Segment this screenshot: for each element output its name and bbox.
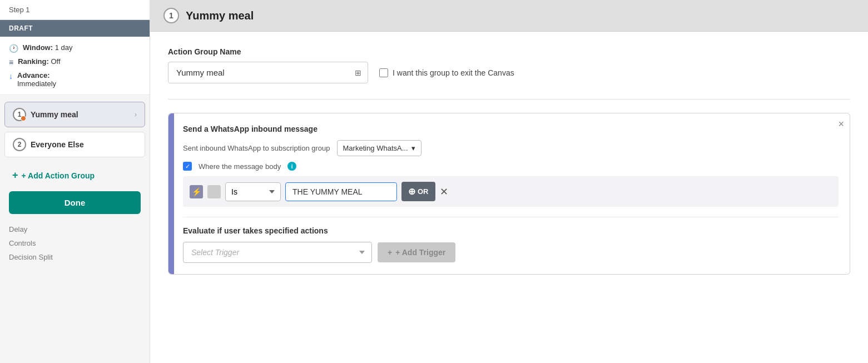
action-group-list: 1 Yummy meal › 2 Everyone Else [0,95,150,164]
sidebar-link-delay[interactable]: Delay [9,225,141,233]
add-trigger-label: + Add Trigger [395,248,445,257]
trigger-row: Select Trigger + + Add Trigger [183,242,839,263]
sidebar-bottom-links: Delay Controls Decision Split [0,218,150,268]
plus-icon: + [388,248,392,257]
plus-icon: + [12,170,18,181]
sidebar-link-controls[interactable]: Controls [9,239,141,247]
group-num-1: 1 [13,108,26,121]
add-action-group-button[interactable]: + + Add Action Group [0,164,150,187]
group-name-input[interactable] [168,62,368,83]
card-close-button[interactable]: × [838,119,844,129]
plus-icon: ⊕ [408,186,415,197]
form-row: ⊞ I want this group to exit the Canvas [168,62,850,83]
message-body-checkbox[interactable]: ✓ [183,162,192,171]
or-label: OR [418,187,429,196]
whatsapp-card: × Send a WhatsApp inbound message Sent i… [168,113,850,275]
card-accent-bar [168,113,174,274]
evaluate-label: Evaluate if user takes specified actions [183,226,839,235]
message-body-row: ✓ Where the message body i [183,162,839,171]
add-action-group-label: + Add Action Group [22,171,95,180]
filter-color-swatch [207,185,221,198]
card-title: Send a WhatsApp inbound message [183,125,839,133]
name-input-wrap: ⊞ [168,62,368,83]
subscription-select[interactable]: Marketing WhatsA... ▾ [337,140,421,156]
dropdown-arrow-icon: ▾ [411,144,415,152]
subscription-row: Sent inbound WhatsApp to subscription gr… [183,140,839,156]
sidebar-step: Step 1 [0,0,150,20]
advance-value: Immediately [17,79,56,88]
edit-icon: ⊞ [355,68,361,77]
group-label-2: Everyone Else [31,140,137,149]
section-divider [168,99,850,100]
ranking-value: Off [51,57,60,66]
subscription-value: Marketing WhatsA... [343,144,408,152]
select-trigger[interactable]: Select Trigger [183,242,372,263]
action-group-item-1[interactable]: 1 Yummy meal › [4,102,145,127]
main-header: 1 Yummy meal [150,0,868,32]
exit-canvas-checkbox[interactable] [379,68,388,77]
delete-filter-button[interactable]: ✕ [440,187,448,197]
card-body: Send a WhatsApp inbound message Sent inb… [174,113,850,274]
evaluate-section: Evaluate if user takes specified actions… [183,217,839,263]
form-section: Action Group Name ⊞ I want this group to… [168,47,850,83]
header-num: 1 [163,8,179,23]
alert-dot-1 [21,116,26,121]
message-body-label: Where the message body [199,162,281,171]
drag-handle[interactable]: ⚡ [190,185,203,198]
window-value: 1 day [55,43,73,52]
header-title: Yummy meal [186,9,254,22]
ranking-icon: ≡ [9,58,13,67]
card-inner: Send a WhatsApp inbound message Sent inb… [168,113,850,274]
filter-value-input[interactable] [285,182,397,201]
ranking-label: Ranking: Off [18,57,60,66]
advance-label: Advance: Immediately [17,71,56,88]
sidebar-draft-badge: DRAFT [0,20,150,37]
main-panel: 1 Yummy meal Action Group Name ⊞ I want … [150,0,868,363]
add-trigger-button[interactable]: + + Add Trigger [378,242,455,262]
advance-icon: ↓ [9,72,13,81]
or-button[interactable]: ⊕ OR [401,182,435,201]
group-label-1: Yummy meal [31,110,130,119]
group-name-label: Action Group Name [168,47,850,56]
group-num-2: 2 [13,138,26,151]
lightning-icon: ⚡ [192,187,201,196]
filter-row: ⚡ Is Is Not Contains ⊕ OR [183,176,839,207]
exit-canvas-row: I want this group to exit the Canvas [379,68,514,77]
sidebar-link-decision-split[interactable]: Decision Split [9,253,141,261]
chevron-right-icon-1: › [135,111,137,118]
action-group-item-2[interactable]: 2 Everyone Else [4,132,145,157]
main-content: Action Group Name ⊞ I want this group to… [150,32,868,363]
info-icon: i [287,162,296,171]
clock-icon: 🕐 [9,44,18,53]
window-label: Window: 1 day [23,43,72,52]
done-button[interactable]: Done [9,191,141,214]
operator-select[interactable]: Is Is Not Contains [225,182,281,201]
exit-canvas-label: I want this group to exit the Canvas [393,68,514,77]
subscription-text: Sent inbound WhatsApp to subscription gr… [183,144,330,152]
sidebar: Step 1 DRAFT 🕐 Window: 1 day ≡ Ranking: … [0,0,150,363]
sidebar-info-panel: 🕐 Window: 1 day ≡ Ranking: Off ↓ Advance… [0,37,150,95]
